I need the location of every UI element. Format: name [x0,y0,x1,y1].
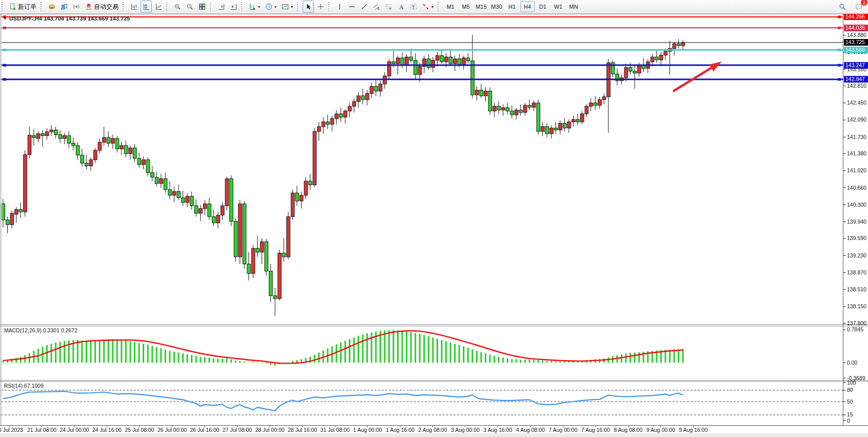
search-icon [839,3,846,10]
chat-button[interactable]: 1 [853,1,864,13]
clock-icon [265,3,272,10]
styler-button[interactable] [46,1,57,13]
price-tick-label: 139.230 [847,252,866,259]
profiles-button[interactable] [58,1,70,13]
svg-text:T: T [412,5,415,10]
rsi-tick-label: 50 [847,399,853,405]
macd-tick-label: 0.00 [847,360,857,366]
text-label-button[interactable]: T [408,1,419,13]
toolbar: 新订单自动交易▾▾▾EFAT▾M1M5M15M30H1H4D1W1MN1 [0,0,868,14]
line-chart-button[interactable] [153,1,164,13]
zoom-out-icon [186,3,193,10]
price-chart-canvas[interactable] [0,0,868,437]
zoom-in-icon [174,3,181,10]
timeframe-mn-button[interactable]: MN [566,1,581,12]
svg-text:E: E [378,7,380,10]
rsi-tick-label: 0 [847,418,850,424]
fibonacci-button[interactable]: F [383,1,394,13]
indicators-button[interactable]: ▾ [247,1,262,13]
vertical-line-button[interactable] [334,1,345,13]
svg-text:F: F [389,7,391,11]
new-order-icon [9,3,16,10]
equidistant-channel-button[interactable]: E [371,1,382,13]
price-level-label: 143.247 [844,62,868,69]
rsi-tick-label: 80 [847,387,853,393]
price-level-label: 144.266 [844,13,868,20]
new-order-button[interactable]: 新订单 [7,1,38,13]
indicators-icon [249,3,256,10]
tile-windows-button[interactable] [196,1,208,13]
hline-icon [348,3,356,10]
trendline-icon [361,3,368,10]
button-label: 自动交易 [94,3,119,11]
price-tick-label: 140.300 [847,202,866,208]
timeframe-m5-button[interactable]: M5 [459,1,473,12]
auto-scroll-button[interactable] [215,1,227,13]
chart-shift-button[interactable] [228,1,239,13]
toolbar-grip [438,2,441,11]
price-tick-label: 142.810 [847,83,866,89]
symbol-marker-icon: ▼ [3,16,7,21]
timeframe-h4-button[interactable]: H4 [520,1,535,12]
crosshair-icon [317,3,324,10]
broadcast-icon [73,3,80,10]
price-tick-label: 142.450 [847,100,866,106]
timeframe-w1-button[interactable]: W1 [551,1,565,12]
rsi-label: RSI(14) 67.1009 [4,383,44,389]
timeframe-m15-button[interactable]: M15 [474,1,488,12]
chevron-down-icon: ▾ [431,5,433,9]
auto-scroll-icon [218,3,225,10]
chart-title: ▼ USDJPY-,H4 143.704 143.739 143.669 143… [3,15,130,22]
arrows-button[interactable]: ▾ [420,1,436,13]
channel-icon: E [373,3,380,10]
templates-button[interactable]: ▾ [280,1,295,13]
horizontal-line-button[interactable] [346,1,358,13]
autotrade-icon [85,3,92,10]
bar-chart-button[interactable] [128,1,140,13]
text-button[interactable]: A [396,1,407,13]
price-tick-label: 141.380 [847,150,866,156]
zoom-in-button[interactable] [172,1,183,13]
timeframe-m30-button[interactable]: M30 [489,1,504,12]
toolbar-grip [41,2,44,11]
zoom-out-button[interactable] [184,1,195,13]
price-level-label: 143.569 [844,47,868,53]
text-icon: A [398,3,405,10]
crosshair-button[interactable] [315,1,326,13]
toolbar-grip [210,2,213,11]
price-level-label: 144.035 [844,25,868,31]
bid-price-label: 143.725 [844,39,868,46]
price-tick-label: 138.150 [847,303,866,309]
broadcast-button[interactable] [71,1,82,13]
button-label: 新订单 [18,3,36,11]
candlestick-button[interactable] [141,1,152,13]
cursor-button[interactable] [303,1,314,13]
arrows-icon [422,3,429,10]
price-tick-label: 141.730 [847,134,866,140]
price-tick-label: 137.800 [847,320,866,326]
trendline-button[interactable] [359,1,370,13]
macd-label: MACD(12,26,9) 0.3301 0.2672 [4,327,77,333]
timeframe-h1-button[interactable]: H1 [505,1,519,12]
autotrading-button[interactable]: 自动交易 [83,1,121,13]
toolbar-grip [297,2,301,11]
price-tick-label: 141.020 [847,167,866,173]
text-label-icon: T [410,3,417,10]
rsi-tick-label: 100 [847,380,856,386]
template-icon [282,3,289,10]
price-tick-label: 139.590 [847,235,866,241]
search-button[interactable] [837,1,848,13]
cursor-icon [305,3,312,10]
timeframe-d1-button[interactable]: D1 [536,1,550,12]
toolbar-grip [2,2,5,11]
chart-shift-icon [230,3,237,10]
toolbar-grip [123,2,126,11]
price-tick-label: 139.940 [847,218,866,225]
fibo-icon: F [385,3,392,10]
toolbar-grip [328,2,332,11]
price-tick-label: 143.880 [847,32,866,38]
bar-chart-icon [130,3,137,10]
timeframe-m1-button[interactable]: M1 [443,1,458,12]
toolbar-grip [166,2,170,11]
periods-button[interactable]: ▾ [263,1,279,13]
